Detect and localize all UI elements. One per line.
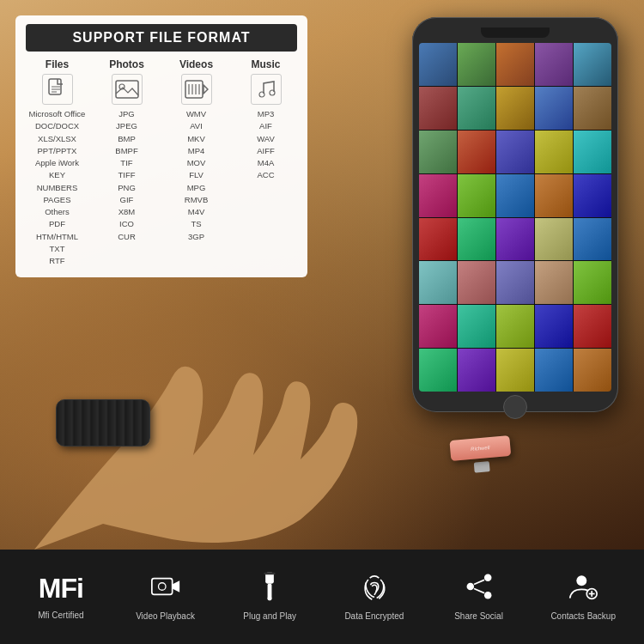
encrypted-label: Data Encrypted [344, 611, 404, 622]
feature-encrypted: Data Encrypted [322, 572, 427, 622]
svg-point-23 [466, 583, 474, 591]
camera-icon [151, 572, 180, 605]
photo-thumb [496, 174, 534, 217]
photo-thumb [458, 174, 495, 217]
phone-frame [412, 17, 618, 412]
hero-section: SUPPORT FILE FORMAT Files [0, 0, 644, 550]
photo-thumb [574, 131, 611, 173]
category-photos-title: Photos [109, 58, 144, 70]
usb-icon [255, 572, 284, 605]
photo-thumb [574, 174, 611, 217]
svg-rect-18 [264, 573, 276, 574]
photo-thumb [496, 261, 534, 304]
svg-point-12 [259, 92, 264, 97]
category-music: Music MP3 AIF WAV AIFF M4A [234, 58, 297, 267]
videos-list: WMV AVI MKV MP4 MOV FLV MPG RMVB M4V TS … [185, 108, 208, 243]
category-files-title: Files [46, 58, 69, 70]
fingerprint-icon [360, 572, 389, 605]
svg-line-25 [474, 589, 484, 593]
photo-thumb [419, 349, 457, 392]
photo-thumb [496, 87, 534, 130]
videos-icon [181, 74, 212, 105]
usb-connector [474, 461, 490, 473]
usb-drive: Richwell [449, 435, 512, 475]
mfi-label: Mfi Certified [38, 610, 83, 621]
usb-brand-text: Richwell [471, 445, 490, 452]
photo-thumb [458, 131, 495, 173]
category-videos-title: Videos [179, 58, 213, 70]
photo-thumb [496, 305, 534, 348]
files-icon [42, 74, 73, 105]
files-list: Microsoft Office DOC/DOCX XLS/XLSX PPT/P… [29, 108, 86, 267]
phone-container [412, 17, 618, 412]
music-icon [251, 74, 282, 105]
contacts-label: Contacts Backup [550, 611, 616, 622]
svg-point-16 [158, 583, 166, 591]
category-photos: Photos JPG JPEG BMP BMPF TIF [95, 58, 158, 267]
photo-thumb [458, 261, 495, 304]
photo-thumb [535, 43, 573, 86]
photo-thumb [535, 261, 573, 304]
photos-list: JPG JPEG BMP BMPF TIF TIFF PNG GIF X8M I… [115, 108, 137, 243]
usb-body: Richwell [449, 435, 511, 461]
svg-point-22 [483, 592, 491, 599]
svg-point-13 [270, 90, 275, 95]
photo-thumb [535, 218, 573, 261]
mfi-text: MFi [39, 573, 83, 605]
phone-home-button [503, 395, 527, 419]
photo-thumb [574, 305, 611, 348]
feature-mfi: MFi Mfi Certified [9, 573, 113, 621]
feature-share: Share Social [427, 572, 532, 622]
photo-thumb [496, 131, 534, 173]
share-label: Share Social [454, 611, 503, 622]
video-label: Video Playback [136, 611, 195, 622]
photos-icon [112, 74, 143, 105]
photo-thumb [496, 43, 534, 86]
wristband [56, 399, 150, 447]
share-icon [465, 572, 494, 605]
photo-thumb [535, 87, 573, 130]
photo-thumb [574, 218, 611, 261]
photo-thumb [574, 349, 611, 392]
svg-rect-14 [151, 579, 172, 595]
format-box: SUPPORT FILE FORMAT Files [15, 15, 307, 277]
photo-thumb [458, 349, 495, 392]
category-videos: Videos WMV AVI [165, 58, 228, 267]
format-categories: Files Microsoft Office DOC/DOCX [26, 58, 297, 267]
photo-thumb [458, 87, 495, 130]
photo-thumb [419, 305, 457, 348]
photo-thumb [458, 305, 495, 348]
photo-thumb [458, 218, 495, 261]
main-container: SUPPORT FILE FORMAT Files [0, 0, 644, 644]
photo-thumb [535, 131, 573, 173]
bottom-bar: MFi Mfi Certified Video Playback [0, 550, 644, 644]
feature-video: Video Playback [113, 572, 218, 622]
photo-thumb [496, 349, 534, 392]
svg-marker-15 [172, 580, 179, 592]
photo-thumb [419, 87, 457, 130]
feature-contacts: Contacts Backup [531, 572, 635, 622]
music-list: MP3 AIF WAV AIFF M4A ACC [257, 108, 275, 182]
phone-screen [419, 43, 611, 392]
format-title: SUPPORT FILE FORMAT [26, 24, 297, 52]
photo-thumb [496, 218, 534, 261]
photo-thumb [458, 43, 495, 86]
svg-point-20 [268, 596, 272, 600]
plug-label: Plug and Play [243, 611, 296, 622]
photo-thumb [574, 43, 611, 86]
photo-thumb [419, 261, 457, 304]
svg-point-26 [577, 575, 587, 586]
photo-thumb [419, 218, 457, 261]
photo-thumb [419, 43, 457, 86]
photo-thumb [419, 174, 457, 217]
photo-thumb [419, 131, 457, 173]
photo-thumb [574, 261, 611, 304]
photo-thumb [535, 305, 573, 348]
photo-thumb [535, 349, 573, 392]
category-music-title: Music [251, 58, 280, 70]
phone-notch [481, 27, 550, 38]
feature-plug: Plug and Play [217, 572, 322, 622]
svg-point-21 [483, 574, 491, 582]
svg-rect-6 [185, 81, 203, 98]
svg-marker-7 [204, 85, 208, 94]
